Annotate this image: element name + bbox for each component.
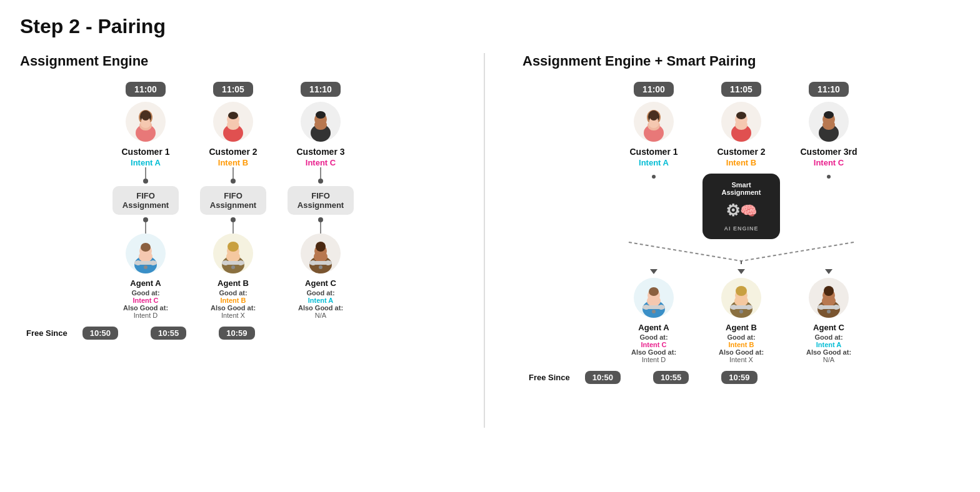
svg-point-88 <box>824 286 834 296</box>
agent-c-name: Agent C <box>305 278 336 288</box>
r-agent-a-avatar <box>634 278 674 318</box>
agent-c-also-label: Also Good at: <box>298 304 343 312</box>
svg-point-91 <box>833 305 839 310</box>
left-free-since-3: 10:59 <box>219 327 254 340</box>
customer-3-avatar <box>301 102 341 142</box>
r-customer-3-intent: Intent C <box>814 158 844 167</box>
smart-assignment-label: Smart Assignment <box>712 181 770 196</box>
r-customer-3-name: Customer 3rd <box>800 147 857 157</box>
right-col-3-bot: Agent C Good at: Intent A Also Good at: … <box>785 269 872 363</box>
left-section: Assignment Engine 11:00 Customer 1 Inten <box>20 53 446 340</box>
customer-1-name: Customer 1 <box>121 147 169 157</box>
customer-3-name: Customer 3 <box>296 147 344 157</box>
r-agent-b-avatar <box>721 278 761 318</box>
svg-point-81 <box>731 305 737 310</box>
agent-a-name: Agent A <box>130 278 161 288</box>
svg-point-14 <box>135 260 141 265</box>
left-col-3: 11:10 Customer 3 Intent C FIFOAssignment <box>277 82 364 319</box>
svg-point-7 <box>141 111 150 121</box>
agent-a-good-intent: Intent C <box>133 297 159 304</box>
customer-2-name: Customer 2 <box>209 147 257 157</box>
fifo-box-1: FIFOAssignment <box>112 186 179 215</box>
r-customer-2-avatar <box>721 102 761 142</box>
svg-point-35 <box>316 111 326 119</box>
left-free-since-1: 10:50 <box>82 327 118 340</box>
r-agent-c-name: Agent C <box>813 323 844 332</box>
svg-point-52 <box>649 111 658 121</box>
svg-point-30 <box>231 265 235 269</box>
svg-point-40 <box>316 242 326 252</box>
time-badge-2: 11:05 <box>213 82 253 97</box>
r-agent-c-avatar <box>809 278 849 318</box>
r-time-badge-2: 11:05 <box>721 82 761 97</box>
agent-b-also-intent: Intent X <box>221 312 245 319</box>
right-col-3-top: 11:10 Customer 3rd Intent C <box>785 82 872 180</box>
r-time-badge-3: 11:10 <box>809 82 849 97</box>
sections-wrapper: Assignment Engine 11:00 Customer 1 Inten <box>20 53 960 428</box>
left-free-since-2: 10:55 <box>151 327 186 340</box>
agent-a-also-intent: Intent D <box>134 312 158 319</box>
svg-point-62 <box>824 111 834 119</box>
right-col-2-bot: Agent B Good at: Intent B Also Good at: … <box>698 269 785 363</box>
agent-b-avatar <box>213 234 253 273</box>
svg-point-73 <box>658 305 664 310</box>
time-badge-3: 11:10 <box>301 82 341 97</box>
left-col-1: 11:00 Customer 1 Intent A FIFOAssignment <box>102 82 189 319</box>
brain-icon: 🧠 <box>740 203 757 219</box>
svg-point-72 <box>643 305 649 310</box>
agent-b-good-intent: Intent B <box>221 297 246 304</box>
right-free-since-1: 10:50 <box>585 371 621 384</box>
agent-b-good-label: Good at: <box>219 289 247 297</box>
r-agent-b-name: Agent B <box>726 323 757 332</box>
svg-point-57 <box>736 112 746 119</box>
page-title: Step 2 - Pairing <box>20 15 960 38</box>
svg-line-63 <box>629 242 741 261</box>
svg-point-70 <box>649 287 659 296</box>
agent-a-also-label: Also Good at: <box>123 304 168 312</box>
left-section-title: Assignment Engine <box>20 53 446 69</box>
r-customer-3-avatar <box>809 102 849 142</box>
right-col-1-top: 11:00 Customer 1 Intent A <box>610 82 698 180</box>
right-agent-row: Agent A Good at: Intent C Also Good at: … <box>522 269 960 363</box>
customer-2-intent: Intent B <box>218 158 248 167</box>
customer-2-avatar <box>213 102 253 142</box>
smart-assignment-box: Smart Assignment ⚙ 🧠 AI ENGINE <box>702 174 780 239</box>
left-columns-row: 11:00 Customer 1 Intent A FIFOAssignment <box>20 82 446 319</box>
svg-point-26 <box>228 242 239 252</box>
r-customer-1-name: Customer 1 <box>629 147 678 157</box>
svg-point-12 <box>141 243 151 252</box>
svg-point-83 <box>739 310 743 313</box>
r-agent-a-name: Agent A <box>638 323 669 332</box>
r-customer-1-avatar <box>634 102 674 142</box>
right-free-since-3: 10:59 <box>721 371 757 384</box>
agent-c-good-intent: Intent A <box>308 297 334 304</box>
svg-point-15 <box>150 260 156 265</box>
svg-point-74 <box>652 310 656 313</box>
customer-3-intent: Intent C <box>306 158 336 167</box>
r-time-badge-1: 11:00 <box>634 82 674 97</box>
svg-point-42 <box>310 260 316 265</box>
customer-1-intent: Intent A <box>131 158 161 167</box>
svg-point-90 <box>818 305 824 310</box>
agent-b-name: Agent B <box>218 278 249 288</box>
left-col-2: 11:05 Customer 2 Intent B FIFOAssignment <box>189 82 277 319</box>
section-divider <box>484 53 485 428</box>
right-free-since-label: Free Since <box>529 373 575 382</box>
right-col-2-top: 11:05 Customer 2 Intent B Smart Assignme… <box>698 82 785 239</box>
svg-point-21 <box>228 112 238 119</box>
agent-b-also-label: Also Good at: <box>211 304 256 312</box>
left-free-since-label: Free Since <box>26 328 72 338</box>
ai-engine-label: AI ENGINE <box>724 225 758 232</box>
gear-icon: ⚙ <box>726 201 740 220</box>
agent-c-also-intent: N/A <box>315 312 326 319</box>
svg-point-43 <box>325 260 331 265</box>
r-customer-2-intent: Intent B <box>726 158 756 167</box>
svg-point-16 <box>144 265 148 269</box>
right-col-1-bot: Agent A Good at: Intent C Also Good at: … <box>610 269 698 363</box>
svg-point-44 <box>319 265 322 269</box>
connector-svg <box>522 239 960 264</box>
svg-point-79 <box>736 286 747 296</box>
r-customer-2-name: Customer 2 <box>717 147 765 157</box>
svg-point-92 <box>827 310 831 313</box>
right-section-title: Assignment Engine + Smart Pairing <box>522 53 960 69</box>
